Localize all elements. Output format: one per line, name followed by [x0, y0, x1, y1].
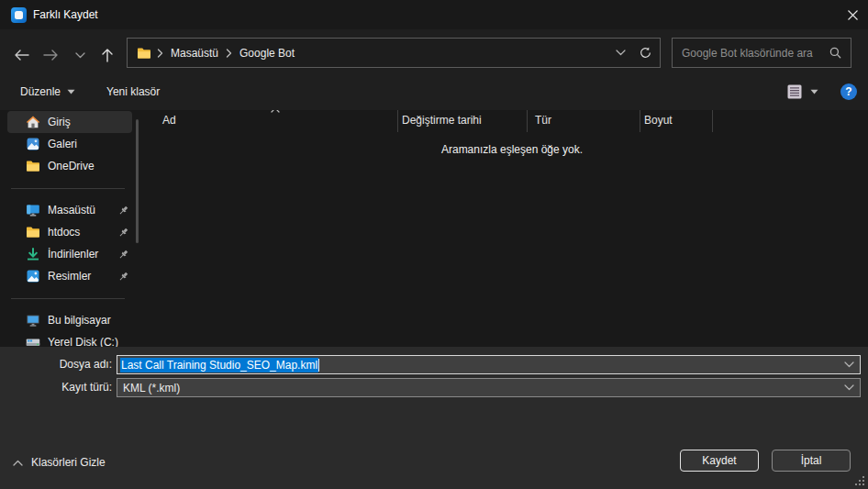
sidebar-item-label: İndirilenler	[48, 248, 117, 261]
home-icon	[26, 115, 40, 129]
back-icon	[14, 49, 29, 61]
sidebar-item-htdocs[interactable]: htdocs	[7, 221, 132, 243]
recent-locations-button[interactable]	[66, 40, 94, 70]
downloads-icon	[26, 247, 40, 261]
breadcrumb-separator-icon	[220, 49, 238, 58]
address-dropdown-button[interactable]	[616, 50, 626, 56]
folder-icon	[26, 159, 40, 173]
organize-label: Düzenle	[20, 85, 61, 98]
details-view-icon	[786, 83, 803, 100]
column-divider[interactable]	[712, 110, 713, 132]
address-bar[interactable]: Masaüstü Google Bot	[127, 38, 661, 68]
forward-button[interactable]	[37, 40, 64, 70]
breadcrumb-separator-icon	[151, 49, 169, 58]
sidebar-item-yerel-disk-c-[interactable]: Yerel Disk (C:)	[7, 331, 132, 347]
desktop-icon	[26, 203, 40, 217]
resize-grip[interactable]	[855, 476, 864, 485]
back-button[interactable]	[7, 40, 35, 70]
sidebar: GirişGaleriOneDriveMasaüstühtdocsİndiril…	[0, 110, 147, 347]
column-header-boyut[interactable]: Boyut	[644, 110, 673, 131]
sidebar-item-label: Yerel Disk (C:)	[48, 336, 132, 347]
breadcrumb-item-desktop[interactable]: Masaüstü	[169, 47, 220, 60]
sidebar-item-label: Bu bilgisayar	[48, 314, 132, 327]
new-folder-label: Yeni klasör	[106, 85, 160, 98]
sidebar-divider	[0, 287, 147, 309]
hide-folders-label: Klasörleri Gizle	[31, 456, 106, 469]
refresh-button[interactable]	[639, 46, 652, 60]
file-type-select[interactable]: KML (*.kml)	[117, 378, 861, 397]
file-type-label: Kayıt türü:	[0, 381, 112, 394]
hide-folders-button[interactable]: Klasörleri Gizle	[13, 456, 106, 469]
computer-icon	[26, 313, 40, 328]
search-box[interactable]: Google Bot klasöründe ara	[672, 38, 851, 68]
folder-icon	[26, 225, 40, 239]
pin-icon	[117, 227, 129, 239]
sidebar-item-label: htdocs	[48, 226, 117, 239]
pin-icon	[117, 271, 129, 283]
app-icon	[11, 7, 27, 23]
titlebar: Farklı Kaydet	[0, 0, 868, 29]
command-bar: Düzenle Yeni klasör ?	[0, 73, 868, 110]
sort-ascending-icon	[271, 110, 280, 116]
column-header-de-i-tirme-tarihi[interactable]: Değiştirme tarihi	[402, 110, 482, 131]
pin-icon	[117, 205, 129, 217]
forward-icon	[43, 49, 59, 61]
search-placeholder: Google Bot klasöründe ara	[682, 47, 829, 60]
new-folder-button[interactable]: Yeni klasör	[106, 85, 160, 98]
column-divider[interactable]	[397, 110, 398, 132]
sidebar-scrollbar[interactable]	[136, 119, 139, 243]
chevron-down-icon	[616, 50, 626, 56]
pin-icon	[117, 249, 129, 261]
column-divider[interactable]	[527, 110, 528, 132]
sidebar-item-bu-bilgisayar[interactable]: Bu bilgisayar	[7, 309, 132, 331]
caret-down-icon	[67, 89, 75, 94]
column-divider[interactable]	[640, 110, 640, 132]
file-browser: GirişGaleriOneDriveMasaüstühtdocsİndiril…	[0, 110, 868, 347]
up-button[interactable]	[94, 40, 121, 70]
file-name-label: Dosya adı:	[0, 358, 112, 371]
window-title: Farklı Kaydet	[33, 8, 98, 21]
close-button[interactable]	[838, 0, 868, 29]
folder-icon	[137, 46, 151, 61]
column-header-ad[interactable]: Ad	[162, 110, 176, 131]
navigation-bar: Masaüstü Google Bot Google Bot klasöründ…	[0, 29, 868, 73]
sidebar-divider	[0, 177, 147, 199]
cancel-button[interactable]: İptal	[772, 450, 851, 472]
sidebar-item-label: Giriş	[48, 116, 132, 128]
chevron-down-icon	[75, 52, 85, 59]
sidebar-item-label: Galeri	[48, 138, 132, 150]
caret-down-icon	[810, 89, 818, 94]
chevron-up-icon	[13, 460, 23, 466]
view-options-button[interactable]	[786, 83, 818, 100]
pictures-icon	[26, 269, 40, 283]
file-name-input[interactable]: Last Call Training Studio_SEO_Map.kml	[117, 355, 861, 374]
empty-message: Aramanızla eşleşen öğe yok.	[156, 143, 868, 156]
gallery-icon	[26, 137, 40, 151]
refresh-icon	[639, 46, 652, 60]
text-cursor	[318, 359, 319, 372]
sidebar-item-giri-[interactable]: Giriş	[7, 111, 132, 133]
save-panel: Dosya adı: Last Call Training Studio_SEO…	[0, 347, 868, 489]
save-as-dialog: Farklı Kaydet Masaüstü	[0, 0, 868, 489]
up-icon	[101, 48, 114, 62]
save-button[interactable]: Kaydet	[680, 450, 759, 472]
file-name-value: Last Call Training Studio_SEO_Map.kml	[120, 358, 318, 372]
close-icon	[847, 9, 859, 21]
file-type-dropdown-icon[interactable]	[844, 381, 854, 394]
sidebar-item-label: OneDrive	[48, 160, 132, 172]
sidebar-item-i-ndirilenler[interactable]: İndirilenler	[7, 243, 132, 265]
sidebar-item-onedrive[interactable]: OneDrive	[7, 155, 132, 177]
help-button[interactable]: ?	[840, 83, 857, 100]
sidebar-item-label: Masaüstü	[48, 204, 117, 217]
sidebar-item-resimler[interactable]: Resimler	[7, 265, 132, 287]
breadcrumb-item-google-bot[interactable]: Google Bot	[238, 47, 296, 60]
file-type-value: KML (*.kml)	[123, 382, 180, 395]
sidebar-item-masa-st-[interactable]: Masaüstü	[7, 199, 132, 221]
organize-button[interactable]: Düzenle	[20, 85, 75, 98]
column-header-t-r[interactable]: Tür	[535, 110, 551, 131]
file-name-dropdown-icon[interactable]	[844, 358, 854, 371]
search-icon	[829, 47, 841, 59]
sidebar-item-galeri[interactable]: Galeri	[7, 133, 132, 155]
file-list: AdDeğiştirme tarihiTürBoyut Aramanızla e…	[156, 110, 868, 347]
sidebar-item-label: Resimler	[48, 270, 117, 283]
